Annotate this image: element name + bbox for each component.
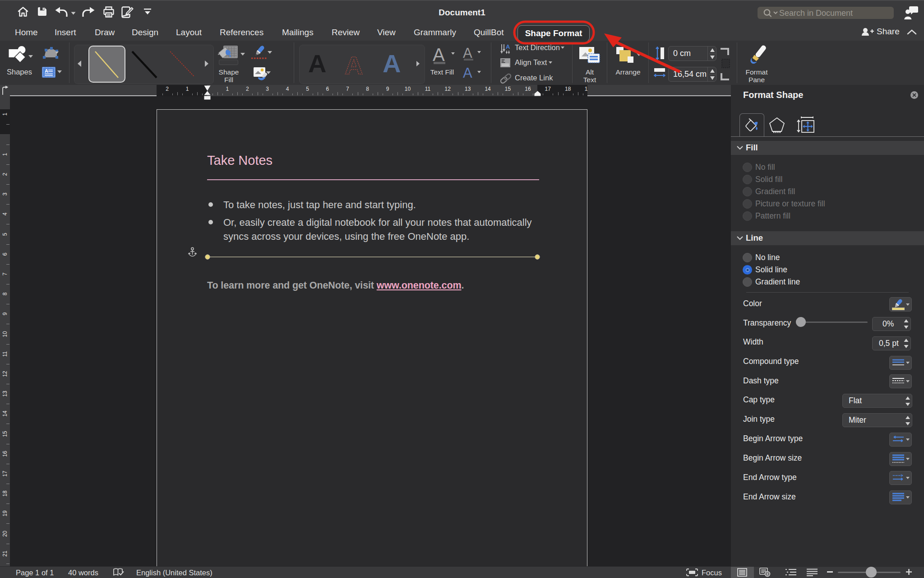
svg-text:A: A — [45, 68, 48, 74]
svg-text:A: A — [506, 43, 510, 50]
svg-text:A: A — [345, 51, 363, 77]
